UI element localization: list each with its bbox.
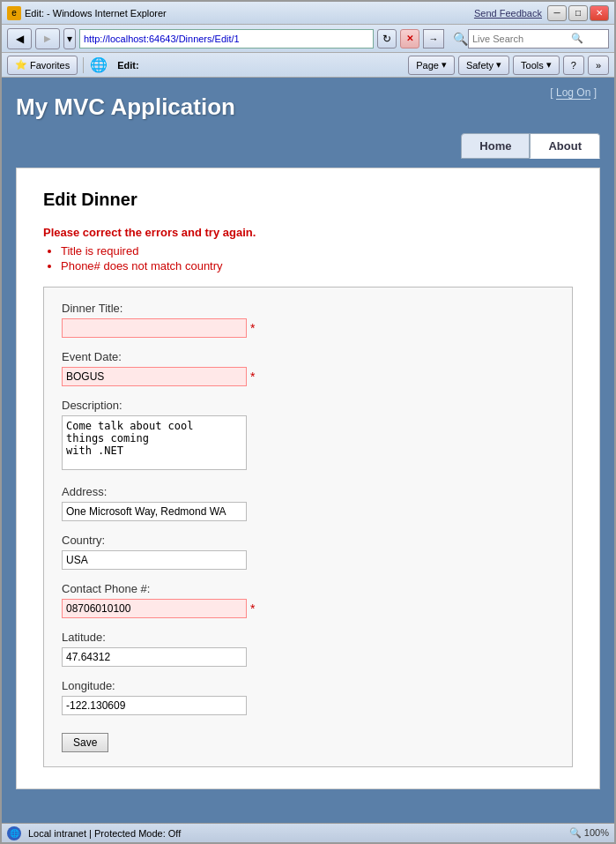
toolbar: ⭐Favorites 🌐 Edit: Page▾ Safety▾ Tools▾ …: [2, 53, 614, 78]
page-content: Edit Dinner Please correct the errors an…: [2, 159, 614, 823]
form-section: Dinner Title: * Event Date: *: [43, 287, 573, 767]
dinner-title-group: Dinner Title: *: [62, 302, 554, 338]
country-label: Country:: [62, 534, 554, 547]
error-summary: Please correct the errors and try again.…: [43, 226, 573, 273]
maximize-btn[interactable]: □: [568, 5, 588, 21]
page-inner: Edit Dinner Please correct the errors an…: [16, 168, 600, 789]
contact-phone-input[interactable]: [62, 599, 247, 618]
description-group: Description: Come talk about cool things…: [62, 399, 554, 473]
go-btn[interactable]: →: [423, 29, 444, 49]
longitude-input[interactable]: [62, 696, 247, 715]
live-search-box[interactable]: 🔍: [468, 29, 609, 49]
latitude-label: Latitude:: [62, 631, 554, 644]
expand-btn[interactable]: »: [588, 56, 609, 75]
app-title: My MVC Application: [16, 86, 235, 128]
stop-btn[interactable]: ✕: [400, 29, 419, 49]
page-btn[interactable]: Page▾: [408, 56, 455, 75]
status-text: Local intranet | Protected Mode: Off: [28, 828, 562, 839]
longitude-group: Longitude:: [62, 679, 554, 715]
close-btn[interactable]: ✕: [590, 5, 609, 21]
contact-phone-group: Contact Phone #: *: [62, 582, 554, 618]
address-input[interactable]: [79, 29, 374, 49]
description-label: Description:: [62, 399, 554, 412]
app-header: My MVC Application [ Log On ]: [2, 78, 614, 128]
nav-bar: Home About: [2, 128, 614, 159]
address-input[interactable]: [62, 502, 247, 521]
nav-home[interactable]: Home: [461, 133, 530, 159]
browser-window: e Edit: - Windows Internet Explorer Send…: [0, 0, 616, 844]
title-bar: e Edit: - Windows Internet Explorer Send…: [2, 2, 614, 25]
event-date-required: *: [250, 370, 255, 384]
window-title: Edit: - Windows Internet Explorer: [25, 8, 167, 19]
help-btn[interactable]: ?: [563, 56, 584, 75]
dinner-title-input[interactable]: [62, 318, 247, 338]
event-date-group: Event Date: *: [62, 350, 554, 386]
toolbar-sep1: [83, 57, 84, 73]
error-item-2: Phone# does not match country: [61, 259, 573, 273]
favorites-toolbar-btn[interactable]: ⭐Favorites: [7, 56, 78, 75]
forward-btn[interactable]: ▶: [35, 28, 60, 49]
content-area: My MVC Application [ Log On ] Home About…: [2, 78, 614, 823]
latitude-group: Latitude:: [62, 631, 554, 667]
ie-icon: 🌐: [89, 56, 108, 75]
search-icon: 🔍: [571, 33, 583, 44]
event-date-input[interactable]: [62, 367, 247, 386]
dropdown-btn[interactable]: ▾: [63, 28, 76, 49]
save-button[interactable]: Save: [62, 733, 108, 752]
minimize-btn[interactable]: ─: [547, 5, 567, 21]
description-input[interactable]: Come talk about cool things coming with …: [62, 415, 247, 470]
tools-btn[interactable]: Tools▾: [513, 56, 560, 75]
refresh-btn[interactable]: ↻: [377, 29, 397, 49]
contact-phone-required: *: [250, 601, 255, 616]
event-date-label: Event Date:: [62, 350, 554, 363]
dinner-title-required: *: [250, 321, 255, 335]
status-bar: 🌐 Local intranet | Protected Mode: Off 🔍…: [2, 823, 614, 842]
page-heading: Edit Dinner: [43, 190, 573, 210]
longitude-label: Longitude:: [62, 679, 554, 692]
send-feedback-btn[interactable]: Send Feedback: [474, 8, 542, 19]
zoom-level: 🔍 100%: [569, 827, 609, 839]
back-btn[interactable]: ◀: [7, 28, 32, 49]
error-summary-msg: Please correct the errors and try again.: [43, 226, 573, 239]
log-on-area: [ Log On ]: [550, 86, 600, 99]
error-item-1: Title is required: [61, 244, 573, 258]
address-group: Address:: [62, 485, 554, 521]
address-label: Address:: [62, 485, 554, 498]
dinner-title-label: Dinner Title:: [62, 302, 554, 315]
browser-icon: e: [7, 6, 21, 20]
live-search-input[interactable]: [472, 34, 569, 44]
country-input[interactable]: [62, 550, 247, 570]
error-list: Title is required Phone# does not match …: [43, 244, 573, 273]
safety-btn[interactable]: Safety▾: [458, 56, 509, 75]
nav-about[interactable]: About: [530, 133, 600, 159]
country-group: Country:: [62, 534, 554, 570]
edit-tab-label: Edit:: [112, 60, 144, 71]
status-icon: 🌐: [7, 826, 21, 840]
address-bar: ◀ ▶ ▾ ↻ ✕ → 🔍 🔍: [2, 25, 614, 53]
latitude-input[interactable]: [62, 647, 247, 667]
log-on-link[interactable]: Log On: [556, 86, 590, 100]
contact-phone-label: Contact Phone #:: [62, 582, 554, 595]
